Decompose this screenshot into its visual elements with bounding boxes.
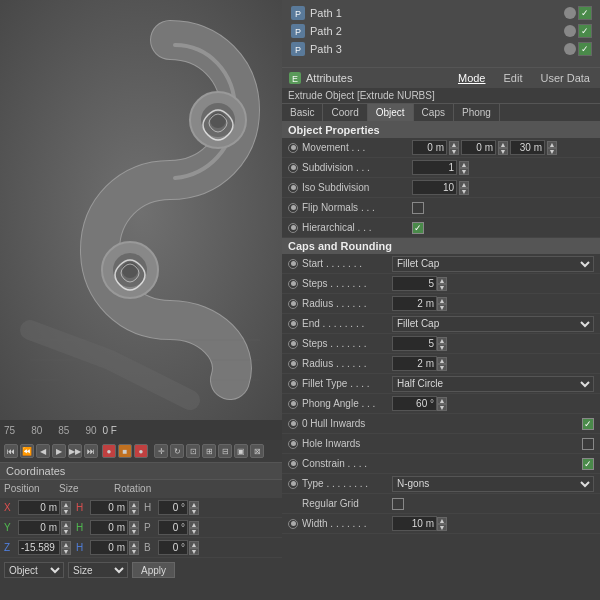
pos-x-dn[interactable]: ▼ xyxy=(61,508,71,515)
width-radio[interactable] xyxy=(288,519,298,529)
phong-up[interactable]: ▲ xyxy=(437,397,447,404)
mov-y-up[interactable]: ▲ xyxy=(498,141,508,148)
radius2-up[interactable]: ▲ xyxy=(437,357,447,364)
fillet-type-radio[interactable] xyxy=(288,379,298,389)
rot-h-field[interactable] xyxy=(158,500,188,515)
tab-phong[interactable]: Phong xyxy=(454,104,500,121)
tool-btn4[interactable]: ⊞ xyxy=(202,444,216,458)
tab-mode[interactable]: Mode xyxy=(454,71,490,85)
path1-check[interactable]: ✓ xyxy=(578,6,592,20)
size-z-field[interactable] xyxy=(90,540,128,555)
rot-p-field[interactable] xyxy=(158,520,188,535)
caps-radius1-field[interactable] xyxy=(392,296,437,311)
movement-radio[interactable] xyxy=(288,143,298,153)
mov-z-dn[interactable]: ▼ xyxy=(547,148,557,155)
hull-inwards-radio[interactable] xyxy=(288,419,298,429)
hierarchical-radio[interactable] xyxy=(288,223,298,233)
caps-start-radio[interactable] xyxy=(288,259,298,269)
path-item-2[interactable]: P Path 2 ✓ xyxy=(286,22,596,40)
hole-inwards-checkbox[interactable] xyxy=(582,438,594,450)
transport-bar[interactable]: ⏮ ⏪ ◀ ▶ ▶▶ ⏭ ● ■ ● ✛ ↻ ⊡ ⊞ ⊟ ▣ ⊠ xyxy=(0,440,282,462)
path3-check[interactable]: ✓ xyxy=(578,42,592,56)
pos-y-dn[interactable]: ▼ xyxy=(61,528,71,535)
transport-btn-orange[interactable]: ■ xyxy=(118,444,132,458)
fillet-type-dropdown[interactable]: Half Circle xyxy=(392,376,594,392)
pos-y-up[interactable]: ▲ xyxy=(61,521,71,528)
tab-object[interactable]: Object xyxy=(368,104,414,121)
caps-steps2-field[interactable] xyxy=(392,336,437,351)
radius1-dn[interactable]: ▼ xyxy=(437,304,447,311)
transport-to-end[interactable]: ⏭ xyxy=(84,444,98,458)
caps-end-radio[interactable] xyxy=(288,319,298,329)
caps-radius2-radio[interactable] xyxy=(288,359,298,369)
tab-userdata[interactable]: User Data xyxy=(536,71,594,85)
subdiv-dn[interactable]: ▼ xyxy=(459,168,469,175)
phong-dn[interactable]: ▼ xyxy=(437,404,447,411)
transport-next-frame[interactable]: ▶▶ xyxy=(68,444,82,458)
steps2-up[interactable]: ▲ xyxy=(437,337,447,344)
path2-check[interactable]: ✓ xyxy=(578,24,592,38)
tool-btn7[interactable]: ⊠ xyxy=(250,444,264,458)
position-y-field[interactable] xyxy=(18,520,60,535)
rot-b-field[interactable] xyxy=(158,540,188,555)
radius2-dn[interactable]: ▼ xyxy=(437,364,447,371)
pos-z-dn[interactable]: ▼ xyxy=(61,548,71,555)
tool-scale[interactable]: ⊡ xyxy=(186,444,200,458)
rot-h-up[interactable]: ▲ xyxy=(189,501,199,508)
hull-inwards-checkbox[interactable] xyxy=(582,418,594,430)
position-z-field[interactable] xyxy=(18,540,60,555)
path-item-1[interactable]: P Path 1 ✓ xyxy=(286,4,596,22)
transport-to-start[interactable]: ⏮ xyxy=(4,444,18,458)
flip-normals-radio[interactable] xyxy=(288,203,298,213)
mov-x-dn[interactable]: ▼ xyxy=(449,148,459,155)
steps1-dn[interactable]: ▼ xyxy=(437,284,447,291)
iso-dn[interactable]: ▼ xyxy=(459,188,469,195)
tab-coord[interactable]: Coord xyxy=(323,104,367,121)
position-x-field[interactable] xyxy=(18,500,60,515)
iso-up[interactable]: ▲ xyxy=(459,181,469,188)
hole-inwards-radio[interactable] xyxy=(288,439,298,449)
tool-move[interactable]: ✛ xyxy=(154,444,168,458)
caps-end-dropdown[interactable]: Fillet Cap xyxy=(392,316,594,332)
pos-z-up[interactable]: ▲ xyxy=(61,541,71,548)
size-z-up[interactable]: ▲ xyxy=(129,541,139,548)
size-y-up[interactable]: ▲ xyxy=(129,521,139,528)
hierarchical-checkbox[interactable] xyxy=(412,222,424,234)
tool-btn5[interactable]: ⊟ xyxy=(218,444,232,458)
object-mode-dropdown[interactable]: Object xyxy=(4,562,64,578)
width-field[interactable] xyxy=(392,516,437,531)
phong-angle-field[interactable] xyxy=(392,396,437,411)
constrain-radio[interactable] xyxy=(288,459,298,469)
regular-grid-checkbox[interactable] xyxy=(392,498,404,510)
caps-radius1-radio[interactable] xyxy=(288,299,298,309)
size-x-field[interactable] xyxy=(90,500,128,515)
path-item-3[interactable]: P Path 3 ✓ xyxy=(286,40,596,58)
caps-radius2-field[interactable] xyxy=(392,356,437,371)
transport-play-forward[interactable]: ▶ xyxy=(52,444,66,458)
rot-h-dn[interactable]: ▼ xyxy=(189,508,199,515)
caps-steps1-field[interactable] xyxy=(392,276,437,291)
pos-x-up[interactable]: ▲ xyxy=(61,501,71,508)
mov-x-up[interactable]: ▲ xyxy=(449,141,459,148)
rot-p-dn[interactable]: ▼ xyxy=(189,528,199,535)
rot-b-up[interactable]: ▲ xyxy=(189,541,199,548)
apply-button[interactable]: Apply xyxy=(132,562,175,578)
size-y-dn[interactable]: ▼ xyxy=(129,528,139,535)
size-z-dn[interactable]: ▼ xyxy=(129,548,139,555)
subdivision-radio[interactable] xyxy=(288,163,298,173)
movement-z-field[interactable] xyxy=(510,140,545,155)
rot-b-dn[interactable]: ▼ xyxy=(189,548,199,555)
mov-z-up[interactable]: ▲ xyxy=(547,141,557,148)
tool-btn6[interactable]: ▣ xyxy=(234,444,248,458)
tab-caps[interactable]: Caps xyxy=(414,104,454,121)
size-x-dn[interactable]: ▼ xyxy=(129,508,139,515)
phong-angle-radio[interactable] xyxy=(288,399,298,409)
size-x-up[interactable]: ▲ xyxy=(129,501,139,508)
movement-y-field[interactable] xyxy=(461,140,496,155)
flip-normals-checkbox[interactable] xyxy=(412,202,424,214)
steps2-dn[interactable]: ▼ xyxy=(437,344,447,351)
transport-btn-red2[interactable]: ● xyxy=(134,444,148,458)
size-mode-dropdown[interactable]: Size xyxy=(68,562,128,578)
radius1-up[interactable]: ▲ xyxy=(437,297,447,304)
rot-p-up[interactable]: ▲ xyxy=(189,521,199,528)
